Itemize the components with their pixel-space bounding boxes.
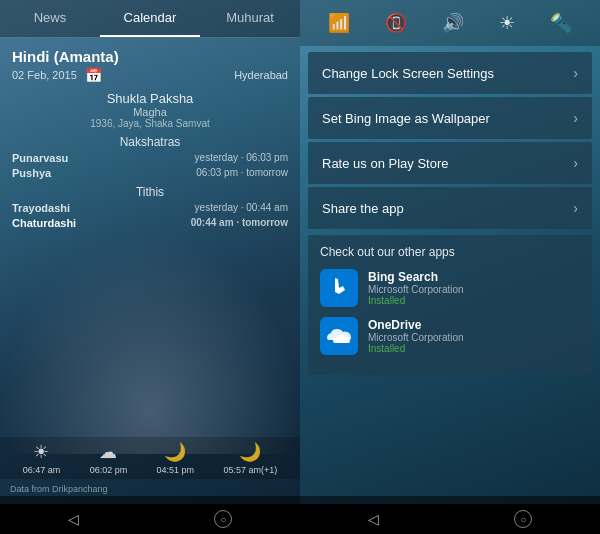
tab-muhurat[interactable]: Muhurat xyxy=(200,0,300,37)
tithi2-row: Chaturdashi 00:44 am · tomorrow xyxy=(12,217,288,229)
volume-icon[interactable]: 🔊 xyxy=(442,12,464,34)
menu-items: Change Lock Screen Settings › Set Bing I… xyxy=(308,52,592,229)
paksha-title: Shukla Paksha xyxy=(12,91,288,106)
weather-time-0: 06:47 am xyxy=(23,465,61,475)
menu-item-wallpaper[interactable]: Set Bing Image as Wallpaper › xyxy=(308,97,592,139)
bluetooth-icon[interactable]: 📵 xyxy=(385,12,407,34)
menu-item-lock-screen-chevron: › xyxy=(573,65,578,81)
menu-item-wallpaper-chevron: › xyxy=(573,110,578,126)
menu-item-lock-screen[interactable]: Change Lock Screen Settings › xyxy=(308,52,592,94)
menu-item-rate-chevron: › xyxy=(573,155,578,171)
menu-item-share-label: Share the app xyxy=(322,201,404,216)
left-panel: News Calendar Muhurat Hindi (Amanta) 02 … xyxy=(0,0,300,534)
bing-search-icon xyxy=(320,269,358,307)
weather-time-2: 04:51 pm xyxy=(157,465,195,475)
tithi2-val: 00:44 am · tomorrow xyxy=(191,217,288,229)
top-icons-bar: 📶 📵 🔊 ☀ 🔦 xyxy=(300,0,600,46)
castle-background xyxy=(0,234,300,454)
weather-icon-2: 🌙 xyxy=(164,441,186,463)
weather-item-2: 🌙 04:51 pm xyxy=(157,441,195,475)
calendar-content: Hindi (Amanta) 02 Feb, 2015 📅 Hyderabad … xyxy=(0,38,300,240)
weather-row: ☀ 06:47 am ☁ 06:02 pm 🌙 04:51 pm 🌙 05:57… xyxy=(0,437,300,479)
nakshatra2-row: Pushya 06:03 pm · tomorrow xyxy=(12,167,288,179)
weather-item-0: ☀ 06:47 am xyxy=(23,441,61,475)
right-home-button[interactable]: ○ xyxy=(514,510,532,528)
nakshatras-label: Nakshatras xyxy=(12,135,288,149)
weather-icon-3: 🌙 xyxy=(239,441,261,463)
paksha-sub2: 1936, Jaya, Shaka Samvat xyxy=(12,118,288,129)
tithi2-label: Chaturdashi xyxy=(12,217,76,229)
app-item-bing[interactable]: Bing Search Microsoft Corporation Instal… xyxy=(320,269,580,307)
tithi1-val: yesterday · 00:44 am xyxy=(195,202,288,214)
tab-bar: News Calendar Muhurat xyxy=(0,0,300,38)
paksha-section: Shukla Paksha Magha 1936, Jaya, Shaka Sa… xyxy=(12,91,288,129)
left-back-button[interactable]: ◁ xyxy=(68,511,79,527)
tab-calendar[interactable]: Calendar xyxy=(100,0,200,37)
tab-news[interactable]: News xyxy=(0,0,100,37)
weather-icon-1: ☁ xyxy=(99,441,117,463)
tithi1-label: Trayodashi xyxy=(12,202,70,214)
flashlight-icon[interactable]: 🔦 xyxy=(550,12,572,34)
menu-item-share[interactable]: Share the app › xyxy=(308,187,592,229)
other-apps-section: Check out our other apps Bing Search Mic… xyxy=(308,235,592,375)
bing-search-info: Bing Search Microsoft Corporation Instal… xyxy=(368,270,580,306)
onedrive-status: Installed xyxy=(368,343,580,354)
left-home-button[interactable]: ○ xyxy=(214,510,232,528)
weather-time-1: 06:02 pm xyxy=(90,465,128,475)
calendar-title: Hindi (Amanta) xyxy=(12,48,119,65)
nakshatra2-label: Pushya xyxy=(12,167,51,179)
bing-search-name: Bing Search xyxy=(368,270,580,284)
nakshatra1-val: yesterday · 06:03 pm xyxy=(195,152,288,164)
onedrive-name: OneDrive xyxy=(368,318,580,332)
brightness-icon[interactable]: ☀ xyxy=(499,12,515,34)
right-back-button[interactable]: ◁ xyxy=(368,511,379,527)
menu-item-wallpaper-label: Set Bing Image as Wallpaper xyxy=(322,111,490,126)
wifi-icon[interactable]: 📶 xyxy=(328,12,350,34)
other-apps-title: Check out our other apps xyxy=(320,245,580,259)
weather-item-3: 🌙 05:57 am(+1) xyxy=(224,441,278,475)
calendar-city: Hyderabad xyxy=(234,69,288,81)
right-panel: 📶 📵 🔊 ☀ 🔦 Change Lock Screen Settings › … xyxy=(300,0,600,534)
bing-search-status: Installed xyxy=(368,295,580,306)
onedrive-corp: Microsoft Corporation xyxy=(368,332,580,343)
weather-time-3: 05:57 am(+1) xyxy=(224,465,278,475)
nakshatra1-row: Punarvasu yesterday · 06:03 pm xyxy=(12,152,288,164)
onedrive-info: OneDrive Microsoft Corporation Installed xyxy=(368,318,580,354)
paksha-sub: Magha xyxy=(12,106,288,118)
menu-item-share-chevron: › xyxy=(573,200,578,216)
nakshatra1-label: Punarvasu xyxy=(12,152,68,164)
bing-search-corp: Microsoft Corporation xyxy=(368,284,580,295)
nakshatra2-val: 06:03 pm · tomorrow xyxy=(196,167,288,179)
calendar-icon: 📅 xyxy=(85,67,102,83)
weather-icon-0: ☀ xyxy=(33,441,49,463)
calendar-date: 02 Feb, 2015 xyxy=(12,69,77,81)
menu-item-rate[interactable]: Rate us on Play Store › xyxy=(308,142,592,184)
system-nav-bar: ◁ ○ ◁ ○ xyxy=(0,504,600,534)
weather-item-1: ☁ 06:02 pm xyxy=(90,441,128,475)
app-item-onedrive[interactable]: OneDrive Microsoft Corporation Installed xyxy=(320,317,580,355)
tithi1-row: Trayodashi yesterday · 00:44 am xyxy=(12,202,288,214)
menu-item-rate-label: Rate us on Play Store xyxy=(322,156,448,171)
onedrive-icon xyxy=(320,317,358,355)
tithis-label: Tithis xyxy=(12,185,288,199)
menu-item-lock-screen-label: Change Lock Screen Settings xyxy=(322,66,494,81)
data-from-label: Data from Drikpanchang xyxy=(10,484,108,494)
